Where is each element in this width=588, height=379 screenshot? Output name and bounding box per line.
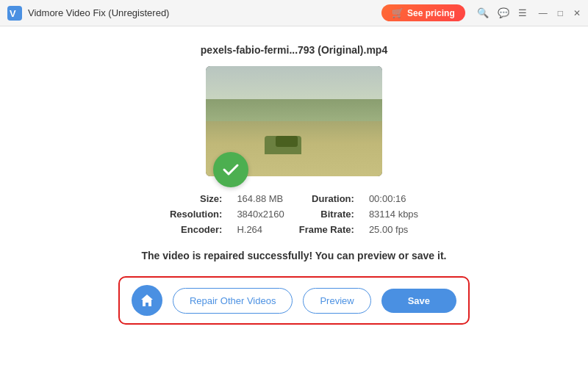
maximize-button[interactable]: □ (558, 9, 563, 18)
window-controls: — □ ✕ (539, 9, 581, 18)
success-message: The video is repaired successfully! You … (142, 250, 447, 261)
success-checkmark (213, 152, 248, 187)
app-title: Vidmore Video Fix (Unregistered) (28, 7, 381, 18)
check-icon (221, 160, 240, 179)
bitrate-label: Bitrate: (299, 209, 354, 220)
see-pricing-button[interactable]: 🛒 See pricing (381, 4, 465, 21)
size-label: Size: (170, 193, 223, 204)
main-content: pexels-fabio-fermi...793 (Original).mp4 … (0, 26, 588, 379)
resolution-label: Resolution: (170, 209, 223, 220)
framerate-label: Frame Rate: (299, 224, 354, 235)
framerate-value: 25.00 fps (369, 224, 418, 235)
bitrate-value: 83114 kbps (369, 209, 418, 220)
minimize-button[interactable]: — (539, 9, 548, 18)
app-logo: V (7, 6, 22, 21)
encoder-label: Encoder: (170, 224, 223, 235)
repair-other-button[interactable]: Repair Other Videos (173, 288, 293, 314)
preview-button[interactable]: Preview (303, 288, 370, 314)
metadata-grid: Size: 164.88 MB Duration: 00:00:16 Resol… (170, 193, 418, 235)
video-preview-container (206, 66, 382, 180)
message-icon[interactable]: 💬 (498, 7, 509, 18)
duration-label: Duration: (299, 193, 354, 204)
title-bar: V Vidmore Video Fix (Unregistered) 🛒 See… (0, 0, 588, 26)
cart-icon: 🛒 (392, 7, 404, 18)
toolbar-actions: 🔍 💬 ☰ (477, 7, 527, 18)
video-filename: pexels-fabio-fermi...793 (Original).mp4 (201, 44, 387, 56)
pricing-label: See pricing (407, 8, 455, 18)
resolution-value: 3840x2160 (237, 209, 284, 220)
close-button[interactable]: ✕ (573, 9, 581, 18)
size-value: 164.88 MB (237, 193, 284, 204)
home-icon (140, 293, 154, 308)
home-button[interactable] (132, 285, 162, 316)
menu-icon[interactable]: ☰ (518, 7, 527, 18)
duration-value: 00:00:16 (369, 193, 418, 204)
action-bar: Repair Other Videos Preview Save (118, 276, 470, 325)
save-button[interactable]: Save (381, 289, 456, 313)
encoder-value: H.264 (237, 224, 284, 235)
svg-text:V: V (10, 8, 16, 19)
search-icon[interactable]: 🔍 (477, 7, 489, 18)
